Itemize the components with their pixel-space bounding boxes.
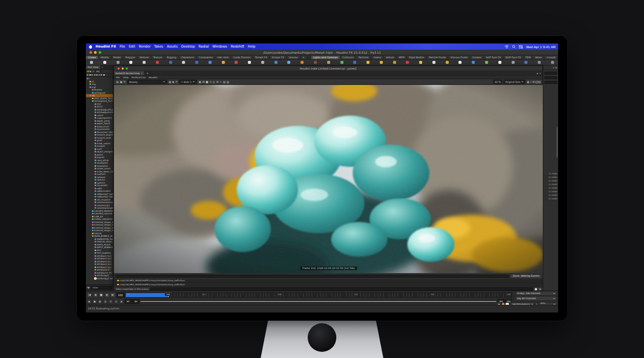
node-type-filter-icon[interactable]	[103, 74, 105, 76]
shelf-tool-icon[interactable]	[432, 61, 435, 64]
help-icon[interactable]: ?	[538, 81, 541, 84]
tab-tree-view[interactable]: Tree View	[86, 65, 100, 69]
material-row[interactable]: /obj/CACHED_MAINSHAPE1/rsquickshade1/sho…	[114, 279, 543, 283]
zoom-percent-field[interactable]: 62 %	[493, 80, 502, 84]
node-type-filter-icon[interactable]	[101, 74, 102, 76]
size-dropdown[interactable]: Original Size	[503, 80, 525, 84]
node-type-filter-icon[interactable]	[96, 74, 98, 76]
transport-button[interactable]: ■	[99, 293, 104, 298]
forward-icon[interactable]: ▶	[89, 70, 91, 73]
shelf-tool-icon[interactable]	[485, 61, 488, 64]
parameter-field[interactable]	[544, 72, 557, 75]
side-panel-icon[interactable]: ⊞	[555, 66, 557, 69]
keys-channels-dropdown[interactable]: 8 keys, 0/8 channels	[515, 291, 557, 296]
shelf-tool-icon[interactable]	[156, 61, 159, 64]
material-filter-input[interactable]	[150, 287, 533, 290]
wifi-icon[interactable]	[504, 45, 509, 49]
menu-item[interactable]: Takes	[154, 44, 164, 49]
shelf-tab[interactable]: Lights and Cameras	[311, 56, 340, 59]
app-menu-title[interactable]: Houdini FX	[96, 44, 116, 49]
renderview-menu-item[interactable]: Houdini	[149, 76, 158, 79]
shelf-tool-icon[interactable]	[340, 61, 343, 64]
shelf-tab[interactable]: Hair Utils	[215, 56, 231, 59]
node-type-filter-icon[interactable]	[94, 74, 96, 76]
shelf-tool-icon[interactable]	[380, 61, 383, 64]
current-frame-field[interactable]: 102	[117, 293, 125, 298]
magnify-icon[interactable]: ⊕	[532, 80, 535, 83]
parameter-field[interactable]	[544, 81, 557, 84]
back-icon[interactable]: ◀	[87, 70, 88, 73]
shelf-tool-icon[interactable]	[458, 61, 462, 64]
timeline-ruler[interactable]: 80120160200240280 102	[125, 293, 512, 298]
shelf-tool-icon[interactable]	[498, 61, 501, 64]
playbar-option-icon[interactable]: ≡	[114, 299, 119, 304]
shelf-tool-icon[interactable]	[472, 61, 475, 64]
node-type-filter-icon[interactable]	[89, 74, 91, 76]
shelf-tool-icon[interactable]	[222, 61, 225, 64]
shelf-tool-icon[interactable]	[235, 61, 238, 64]
lock-icon[interactable]: ▣	[198, 80, 201, 83]
camera-dropdown[interactable]: < Auto >	[179, 80, 197, 84]
restart-render-icon[interactable]: ↻	[123, 80, 126, 83]
shelf-tab[interactable]: +	[301, 56, 307, 59]
shelf-tab[interactable]: Oceans	[470, 56, 484, 59]
menu-item[interactable]: Assets	[167, 44, 177, 49]
shelf-tab[interactable]: FEM	[523, 56, 533, 59]
shelf-tab[interactable]: Wires	[533, 56, 544, 59]
shelf-tab[interactable]: Constraints	[197, 56, 215, 59]
shelf-tool-icon[interactable]	[446, 61, 449, 64]
shelf-tool-icon[interactable]	[209, 61, 212, 64]
menu-item[interactable]: Render	[139, 44, 150, 49]
shelf-tab[interactable]: Crowds	[544, 56, 558, 59]
renderview-menu-item[interactable]: Preferences	[132, 76, 146, 79]
add-pane-tab-button[interactable]: +	[146, 72, 149, 75]
shelf-tool-icon[interactable]	[301, 61, 304, 64]
menu-item[interactable]: Windows	[212, 44, 227, 49]
transport-button[interactable]: ▶|	[110, 293, 116, 298]
shelf-tab[interactable]: DOP Pyro FX	[503, 56, 523, 59]
shelf-tab[interactable]: Collisions	[340, 56, 357, 59]
stop-icon[interactable]: ▪	[172, 80, 175, 83]
focus-icon[interactable]: ⊕	[216, 80, 219, 83]
shelf-tool-icon[interactable]	[366, 61, 370, 64]
shelf-tool-icon[interactable]	[143, 61, 146, 64]
shelf-tool-icon[interactable]	[327, 61, 330, 64]
shelf-tool-icon[interactable]	[353, 61, 356, 64]
shelf-tab[interactable]: Grains	[371, 56, 384, 59]
menubar-clock[interactable]: Wed Apr 1 9:41 AM	[526, 45, 556, 49]
menu-item[interactable]: Desktop	[181, 44, 195, 49]
menu-item[interactable]: File	[120, 44, 125, 49]
target-icon[interactable]: ◎	[212, 80, 216, 83]
range-slider[interactable]	[141, 299, 497, 304]
playbar-option-icon[interactable]: ▤	[98, 299, 102, 304]
shelf-tab[interactable]: Particles	[356, 56, 371, 59]
menu-item[interactable]: Radial	[198, 44, 209, 49]
transport-button[interactable]: |◀	[87, 293, 92, 298]
shelf-tab[interactable]: MPM	[397, 56, 407, 59]
shelf-tab[interactable]: Modify	[99, 56, 111, 59]
shelf-tab[interactable]: Rigid Bodies	[407, 56, 427, 59]
shelf-tab[interactable]: Rigging	[165, 56, 179, 59]
shelf-tool-icon[interactable]	[129, 61, 132, 64]
side-panel-icons[interactable]: ▾⊞	[543, 65, 558, 70]
shelf-tab[interactable]: Particle Fluids	[427, 56, 448, 59]
filter-gear-icon[interactable]	[539, 288, 541, 290]
range-start-field-2[interactable]: 80	[132, 299, 140, 304]
parameter-field[interactable]	[544, 76, 557, 79]
shelf-tool-icon[interactable]	[274, 61, 278, 64]
renderview-menu-item[interactable]: View	[123, 76, 129, 79]
node-type-filter-icon[interactable]	[99, 74, 100, 76]
render-toggle-icon[interactable]: ◉	[168, 80, 172, 83]
side-panel-scrollbar[interactable]	[557, 127, 558, 158]
shelf-tool-icon[interactable]	[314, 61, 317, 64]
render-image[interactable]: Frame 102: 2026-02-06 20:03:58 (1m 54s)	[114, 85, 543, 273]
key-all-channels-dropdown[interactable]: Key All Channels	[515, 296, 557, 301]
apple-menu-icon[interactable]	[88, 44, 93, 49]
shelf-tab[interactable]: Simple FX	[270, 56, 287, 59]
playbar-option-icon[interactable]: ◉	[87, 299, 91, 304]
transport-button[interactable]: ▶	[105, 293, 110, 298]
shelf-tab[interactable]: Texture	[151, 56, 165, 59]
renderview-menu-item[interactable]: File	[116, 76, 120, 79]
menu-item[interactable]: Edit	[129, 44, 135, 49]
range-start-field[interactable]: 80	[125, 299, 132, 304]
